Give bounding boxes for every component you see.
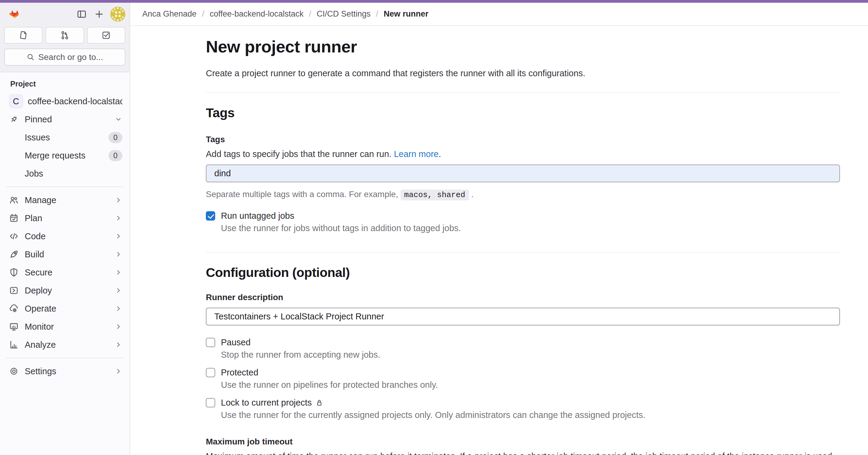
sidebar-item-secure[interactable]: Secure — [2, 264, 127, 281]
tags-field-label: Tags — [206, 135, 840, 144]
breadcrumb-separator: / — [309, 9, 311, 19]
user-avatar[interactable] — [110, 7, 125, 22]
sidebar-divider — [6, 187, 124, 187]
sidebar-item-merge-requests[interactable]: Merge requests 0 — [2, 147, 127, 164]
sidebar-item-project[interactable]: C coffee-backend-localstack — [2, 93, 127, 110]
sidebar-menu: Project C coffee-backend-localstack Pinn… — [0, 72, 130, 455]
paused-checkbox-row[interactable]: Paused — [206, 337, 840, 348]
window-accent-bar — [0, 0, 868, 3]
search-icon — [27, 53, 35, 61]
chevron-right-icon — [115, 250, 122, 258]
configuration-section-heading: Configuration (optional) — [206, 265, 840, 280]
gear-icon — [9, 366, 19, 376]
chevron-right-icon — [115, 196, 122, 204]
lock-to-projects-checkbox[interactable] — [206, 398, 215, 408]
run-untagged-jobs-checkbox-row[interactable]: Run untagged jobs — [206, 211, 840, 221]
protected-checkbox-row[interactable]: Protected — [206, 368, 840, 378]
section-divider — [206, 92, 840, 93]
deploy-icon — [9, 286, 19, 295]
merge-request-icon — [60, 30, 70, 40]
monitor-icon — [9, 322, 19, 331]
sidebar-item-settings[interactable]: Settings — [2, 362, 127, 380]
issues-count-badge: 0 — [108, 132, 122, 143]
sidebar-item-pinned[interactable]: Pinned — [2, 110, 127, 128]
page-intro: Create a project runner to generate a co… — [206, 68, 840, 78]
breadcrumb-item-project[interactable]: coffee-backend-localstack — [210, 9, 304, 19]
topbar: Anca Ghenade / coffee-backend-localstack… — [130, 3, 868, 26]
create-new-button[interactable] — [90, 5, 108, 23]
run-untagged-jobs-checkbox[interactable] — [206, 211, 215, 221]
sidebar-panel-icon — [77, 9, 87, 19]
learn-more-link[interactable]: Learn more — [394, 149, 438, 159]
chevron-right-icon — [115, 268, 122, 276]
runner-description-input[interactable] — [206, 307, 840, 325]
shortcut-todos-button[interactable] — [87, 27, 125, 44]
lock-to-projects-checkbox-row[interactable]: Lock to current projects — [206, 398, 840, 408]
breadcrumb-item-current: New runner — [384, 9, 429, 19]
sidebar-header: Search or go to... — [0, 3, 130, 72]
sidebar-divider — [6, 358, 124, 358]
breadcrumb-item-cicd-settings[interactable]: CI/CD Settings — [317, 9, 371, 19]
sidebar-item-manage[interactable]: Manage — [2, 191, 127, 209]
chevron-right-icon — [115, 341, 122, 349]
tags-input[interactable] — [206, 165, 840, 182]
sidebar-item-monitor[interactable]: Monitor — [2, 318, 127, 335]
paused-label: Paused — [221, 337, 250, 348]
search-placeholder: Search or go to... — [38, 53, 103, 62]
chevron-right-icon — [115, 323, 122, 330]
sidebar-item-issues[interactable]: Issues 0 — [2, 129, 127, 146]
todo-check-icon — [101, 30, 111, 40]
sidebar-item-operate[interactable]: Operate — [2, 300, 127, 317]
sidebar-item-jobs[interactable]: Jobs — [2, 165, 127, 182]
plus-icon — [94, 9, 104, 19]
search-input[interactable]: Search or go to... — [4, 48, 125, 66]
sidebar-section-label: Project — [2, 77, 127, 93]
bar-chart-icon — [9, 340, 19, 350]
tags-field-help: Add tags to specify jobs that the runner… — [206, 149, 840, 159]
merge-requests-count-badge: 0 — [108, 150, 122, 161]
sidebar: Search or go to... Project C coffee-back… — [0, 3, 130, 455]
chevron-down-icon — [115, 116, 122, 123]
sidebar-item-code[interactable]: Code — [2, 228, 127, 245]
breadcrumb: Anca Ghenade / coffee-backend-localstack… — [142, 9, 428, 19]
tags-hint: Separate multiple tags with a comma. For… — [206, 190, 840, 199]
tanuki-icon — [7, 7, 22, 22]
breadcrumb-item-user[interactable]: Anca Ghenade — [142, 9, 196, 19]
run-untagged-jobs-help: Use the runner for jobs without tags in … — [221, 223, 840, 233]
sidebar-item-plan[interactable]: Plan — [2, 209, 127, 227]
users-icon — [9, 195, 19, 205]
shortcut-merge-requests-button[interactable] — [45, 27, 84, 44]
chevron-right-icon — [115, 367, 122, 375]
protected-checkbox[interactable] — [206, 368, 215, 377]
chevron-right-icon — [115, 214, 122, 222]
max-job-timeout-description: Maximum amount of time the runner can ru… — [206, 451, 840, 455]
chevron-right-icon — [115, 305, 122, 313]
toggle-sidebar-button[interactable] — [73, 5, 90, 23]
lock-to-projects-label: Lock to current projects — [221, 398, 323, 408]
lock-icon — [315, 399, 323, 407]
runner-options: Paused Stop the runner from accepting ne… — [206, 337, 840, 420]
tags-section-heading: Tags — [206, 105, 840, 120]
lock-to-projects-help: Use the runner for the currently assigne… — [221, 410, 840, 420]
paused-checkbox[interactable] — [206, 338, 215, 347]
code-icon — [9, 231, 19, 241]
sidebar-item-build[interactable]: Build — [2, 246, 127, 263]
rocket-icon — [9, 250, 19, 259]
chevron-right-icon — [115, 232, 122, 240]
max-job-timeout-label: Maximum job timeout — [206, 437, 840, 447]
chevron-right-icon — [115, 287, 122, 294]
breadcrumb-separator: / — [202, 9, 204, 19]
run-untagged-jobs-label: Run untagged jobs — [221, 211, 294, 221]
sidebar-item-deploy[interactable]: Deploy — [2, 282, 127, 299]
cloud-gear-icon — [9, 304, 19, 313]
section-divider — [206, 252, 840, 253]
project-avatar: C — [9, 94, 23, 108]
gitlab-logo[interactable] — [7, 7, 23, 22]
page-title: New project runner — [206, 37, 840, 56]
pinned-label: Pinned — [25, 115, 115, 125]
avatar-identicon — [110, 7, 125, 22]
breadcrumb-separator: / — [376, 9, 378, 19]
sidebar-item-analyze[interactable]: Analyze — [2, 336, 127, 353]
project-name: coffee-backend-localstack — [28, 96, 122, 106]
shortcut-issues-button[interactable] — [4, 27, 42, 44]
